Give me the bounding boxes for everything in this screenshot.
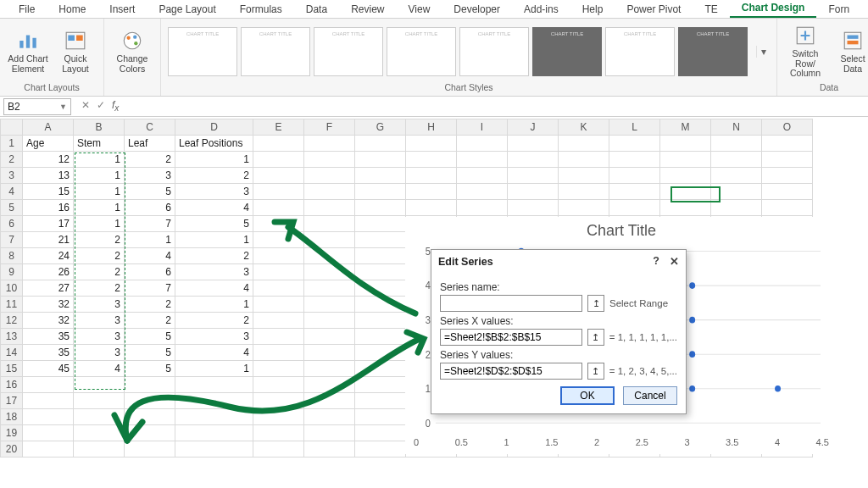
- cell-L4[interactable]: [609, 184, 660, 200]
- chevron-down-icon[interactable]: ▼: [59, 103, 67, 111]
- cell-I1[interactable]: [457, 136, 508, 152]
- cell-K4[interactable]: [559, 184, 609, 200]
- cell-G13[interactable]: [355, 329, 406, 345]
- cell-B6[interactable]: 1: [74, 216, 125, 232]
- cell-N4[interactable]: [711, 184, 762, 200]
- chart-title[interactable]: Chart Title: [405, 217, 837, 241]
- cell-F20[interactable]: [304, 441, 355, 458]
- cell-A2[interactable]: 12: [23, 152, 74, 168]
- cell-N3[interactable]: [711, 168, 762, 184]
- tab-data[interactable]: Data: [294, 1, 339, 18]
- cell-E2[interactable]: [253, 152, 304, 168]
- col-header-N[interactable]: N: [711, 119, 762, 136]
- select-all-corner[interactable]: [1, 119, 23, 136]
- cell-M3[interactable]: [660, 168, 711, 184]
- cell-C2[interactable]: 2: [125, 152, 175, 168]
- help-icon[interactable]: ?: [653, 255, 659, 268]
- tab-help[interactable]: Help: [570, 1, 615, 18]
- cell-C3[interactable]: 3: [125, 168, 175, 184]
- cell-G5[interactable]: [355, 200, 406, 216]
- cell-B12[interactable]: 3: [74, 313, 125, 329]
- col-header-A[interactable]: A: [23, 119, 74, 136]
- cell-B2[interactable]: 1: [74, 152, 125, 168]
- cell-B19[interactable]: [74, 425, 125, 441]
- row-header-4[interactable]: 4: [1, 184, 23, 200]
- cell-E4[interactable]: [253, 184, 304, 200]
- cell-A1[interactable]: Age: [23, 136, 74, 152]
- cell-C8[interactable]: 4: [125, 248, 175, 264]
- row-header-11[interactable]: 11: [1, 297, 23, 313]
- cell-A17[interactable]: [23, 393, 74, 409]
- cell-C11[interactable]: 2: [125, 297, 175, 313]
- cell-B4[interactable]: 1: [74, 184, 125, 200]
- series-y-input[interactable]: [440, 363, 582, 380]
- cell-N5[interactable]: [711, 200, 762, 216]
- cell-F1[interactable]: [304, 136, 355, 152]
- cell-O5[interactable]: [762, 200, 813, 216]
- cell-A4[interactable]: 15: [23, 184, 74, 200]
- tab-power-pivot[interactable]: Power Pivot: [615, 1, 693, 18]
- cell-J1[interactable]: [508, 136, 559, 152]
- cell-C19[interactable]: [125, 425, 175, 441]
- tab-file[interactable]: File: [7, 1, 47, 18]
- row-header-20[interactable]: 20: [1, 441, 23, 458]
- row-header-14[interactable]: 14: [1, 345, 23, 361]
- col-header-M[interactable]: M: [660, 119, 711, 136]
- cancel-icon[interactable]: ✕: [81, 99, 90, 113]
- cell-D5[interactable]: 4: [175, 200, 253, 216]
- range-picker-icon[interactable]: ↥: [587, 295, 604, 312]
- col-header-J[interactable]: J: [508, 119, 559, 136]
- cell-A8[interactable]: 24: [23, 248, 74, 264]
- row-header-15[interactable]: 15: [1, 361, 23, 377]
- cell-F17[interactable]: [304, 393, 355, 409]
- series-x-input[interactable]: [440, 329, 582, 346]
- cell-E16[interactable]: [253, 377, 304, 393]
- cell-F2[interactable]: [304, 152, 355, 168]
- cell-J4[interactable]: [508, 184, 559, 200]
- cell-H2[interactable]: [406, 152, 457, 168]
- cell-G14[interactable]: [355, 345, 406, 361]
- cell-E1[interactable]: [253, 136, 304, 152]
- cell-D11[interactable]: 1: [175, 297, 253, 313]
- cell-B11[interactable]: 3: [74, 297, 125, 313]
- cell-I5[interactable]: [457, 200, 508, 216]
- cell-H5[interactable]: [406, 200, 457, 216]
- name-box[interactable]: B2 ▼: [3, 98, 71, 115]
- cell-G12[interactable]: [355, 313, 406, 329]
- cell-C15[interactable]: 5: [125, 361, 175, 377]
- series-name-input[interactable]: [440, 295, 582, 312]
- dialog-titlebar[interactable]: Edit Series ? ✕: [431, 250, 686, 273]
- cell-F19[interactable]: [304, 425, 355, 441]
- cell-B20[interactable]: [74, 441, 125, 458]
- cell-G20[interactable]: [355, 441, 406, 458]
- cancel-button[interactable]: Cancel: [623, 386, 677, 405]
- cell-D13[interactable]: 3: [175, 329, 253, 345]
- cell-D9[interactable]: 3: [175, 264, 253, 280]
- col-header-I[interactable]: I: [457, 119, 508, 136]
- col-header-G[interactable]: G: [355, 119, 406, 136]
- cell-D6[interactable]: 5: [175, 216, 253, 232]
- cell-G4[interactable]: [355, 184, 406, 200]
- cell-B8[interactable]: 2: [74, 248, 125, 264]
- tab-home[interactable]: Home: [47, 1, 97, 18]
- cell-A20[interactable]: [23, 441, 74, 458]
- tab-formulas[interactable]: Formulas: [228, 1, 294, 18]
- cell-H3[interactable]: [406, 168, 457, 184]
- cell-K3[interactable]: [559, 168, 609, 184]
- tab-forn[interactable]: Forn: [816, 1, 861, 18]
- cell-E13[interactable]: [253, 329, 304, 345]
- chart-style-thumb[interactable]: CHART TITLE: [532, 27, 602, 76]
- col-header-K[interactable]: K: [559, 119, 609, 136]
- cell-G1[interactable]: [355, 136, 406, 152]
- cell-E12[interactable]: [253, 313, 304, 329]
- chart-style-thumb[interactable]: CHART TITLE: [314, 27, 383, 76]
- cell-G19[interactable]: [355, 425, 406, 441]
- cell-A3[interactable]: 13: [23, 168, 74, 184]
- cell-C10[interactable]: 7: [125, 280, 175, 297]
- cell-E14[interactable]: [253, 345, 304, 361]
- tab-developer[interactable]: Developer: [442, 1, 512, 18]
- cell-G9[interactable]: [355, 264, 406, 280]
- cell-F4[interactable]: [304, 184, 355, 200]
- cell-D2[interactable]: 1: [175, 152, 253, 168]
- cell-E15[interactable]: [253, 361, 304, 377]
